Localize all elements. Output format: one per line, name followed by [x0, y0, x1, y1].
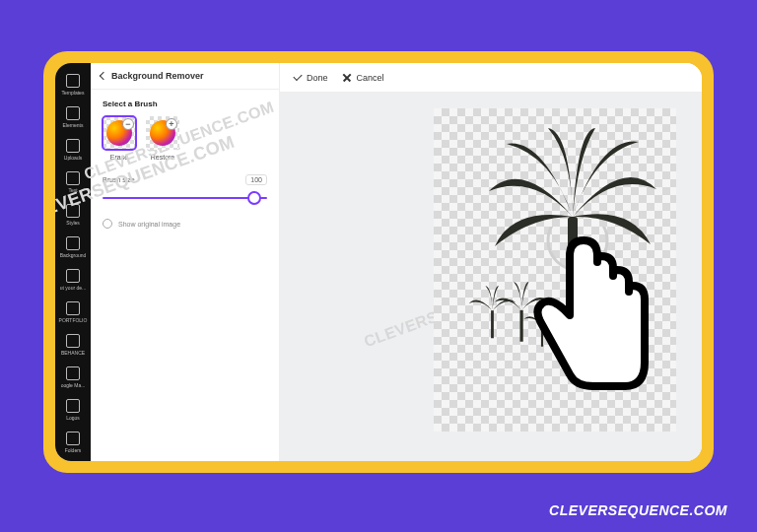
sidebar-item-background[interactable]: Background	[56, 232, 90, 262]
sidebar-item-templates[interactable]: Templates	[56, 69, 90, 100]
close-icon	[342, 73, 352, 83]
erase-brush-icon: −	[103, 116, 136, 150]
check-icon	[293, 72, 302, 81]
canvas-topbar: Done Cancel	[280, 63, 702, 93]
sidebar-item-behance[interactable]: BEHANCE	[56, 329, 90, 360]
restore-brush-icon: +	[146, 116, 179, 150]
uploads-icon	[66, 139, 80, 153]
sidebar-item-portfolio[interactable]: PORTFOLIO	[56, 297, 90, 327]
background-icon	[66, 236, 80, 250]
panel-title: Background Remover	[111, 71, 204, 81]
show-original-checkbox[interactable]	[103, 219, 112, 229]
done-button[interactable]: Done	[294, 73, 328, 83]
side-panel: Background Remover CLEVERSEQUENCE.COM Se…	[91, 63, 280, 461]
show-original-label: Show original image	[118, 221, 180, 228]
sidebar-item-uploads[interactable]: Uploads	[56, 134, 90, 165]
text-icon	[66, 171, 80, 185]
map-icon	[66, 366, 80, 380]
app-frame: Templates Elements Uploads Text Styles B…	[43, 51, 714, 473]
portfolio-icon	[66, 301, 80, 315]
grid-icon	[66, 269, 80, 283]
editor-canvas[interactable]: CLEVERSEQUENCE.COM	[280, 93, 702, 461]
behance-icon	[66, 334, 80, 348]
sidebar-item-elements[interactable]: Elements	[56, 101, 90, 132]
sidebar-item-logos[interactable]: Logos	[56, 394, 90, 425]
cancel-button[interactable]: Cancel	[342, 73, 384, 83]
logos-icon	[66, 399, 80, 413]
pointer-cursor-icon	[530, 227, 658, 394]
attribution-text: CLEVERSEQUENCE.COM	[549, 502, 727, 518]
slider-track	[103, 197, 267, 199]
chevron-left-icon	[100, 72, 107, 80]
elements-icon	[66, 106, 80, 120]
brush-size-slider[interactable]	[103, 189, 267, 207]
slider-knob[interactable]	[247, 191, 261, 205]
sidebar-item-folders[interactable]: Folders	[56, 427, 90, 457]
sidebar-item-custom1[interactable]: ut your de...	[56, 264, 90, 295]
brush-size-value: 100	[245, 174, 267, 185]
panel-back-button[interactable]: Background Remover	[91, 63, 279, 90]
folders-icon	[66, 432, 80, 445]
templates-icon	[66, 74, 80, 88]
artboard[interactable]	[434, 108, 676, 432]
sidebar-item-googlemaps[interactable]: oogle Ma...	[56, 362, 90, 392]
app-window: Templates Elements Uploads Text Styles B…	[55, 63, 702, 461]
select-brush-heading: Select a Brush	[103, 100, 267, 108]
left-sidebar: Templates Elements Uploads Text Styles B…	[55, 63, 91, 461]
